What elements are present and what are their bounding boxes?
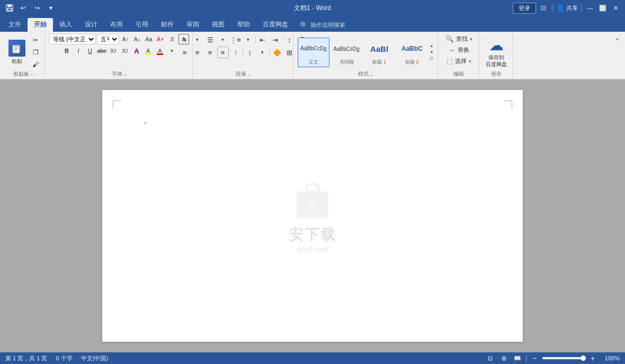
tab-home[interactable]: 开始 bbox=[28, 18, 53, 32]
find-button[interactable]: 🔍 查找 ▾ bbox=[442, 34, 476, 44]
tab-file[interactable]: 文件 bbox=[2, 18, 28, 32]
style-normal[interactable]: AaBbCcDo 正文 bbox=[298, 38, 329, 67]
paragraph-expand-icon[interactable]: ⌄ bbox=[247, 72, 251, 77]
style-normal-preview: AaBbCcDo bbox=[300, 39, 326, 59]
save-button[interactable] bbox=[4, 3, 15, 13]
cut-button[interactable]: ✂ bbox=[30, 34, 41, 46]
highlight-color-button[interactable]: A bbox=[143, 46, 154, 56]
zoom-slider[interactable] bbox=[542, 357, 585, 359]
read-mode-button[interactable]: 📖 bbox=[512, 353, 523, 363]
share-button[interactable]: 👤 共享 bbox=[556, 4, 578, 12]
status-bar: 第 1 页，共 1 页 0 个字 中文(中国) ⊡ ⊞ 📖 − + 100% bbox=[0, 352, 625, 364]
increase-font-button[interactable]: A↑ bbox=[120, 34, 131, 44]
restore-button[interactable]: ⬜ bbox=[597, 3, 608, 13]
align-left-button[interactable]: ≡ bbox=[179, 47, 191, 58]
redo-button[interactable]: ↪ bbox=[32, 3, 42, 13]
document-page[interactable]: ↵ 安 安下载 anxz.com bbox=[102, 90, 523, 342]
bold-button[interactable]: B bbox=[61, 46, 72, 56]
editing-label-row: 编辑 bbox=[442, 70, 476, 78]
underline-button[interactable]: U bbox=[85, 46, 95, 56]
line-spacing-dropdown[interactable]: ▾ bbox=[257, 47, 269, 58]
align-center-button[interactable]: ≡ bbox=[192, 47, 203, 58]
style-heading2[interactable]: AaBbC 标题 2 bbox=[396, 38, 428, 67]
font-color-dropdown[interactable]: ▾ bbox=[166, 46, 177, 56]
multilevel-dropdown-button[interactable]: ▾ bbox=[243, 34, 254, 46]
change-case-button[interactable]: Aa bbox=[144, 34, 154, 44]
distribute-button[interactable]: ⁝ bbox=[230, 47, 242, 58]
restore-window-button[interactable]: ⊡ bbox=[538, 3, 549, 13]
bullet-list-button[interactable]: ≡ bbox=[179, 34, 191, 46]
save-cloud-button[interactable]: ☁ 保存到百度网盘 bbox=[484, 34, 509, 70]
zoom-level: 100% bbox=[601, 355, 620, 361]
styles-expand-icon[interactable]: ⌄ bbox=[370, 72, 373, 77]
phonetic-button[interactable]: 文 bbox=[167, 34, 177, 44]
save-cloud-group-label: 保存 bbox=[491, 70, 502, 78]
numbered-dropdown-button[interactable]: ▾ bbox=[217, 34, 229, 46]
font-size-select[interactable]: 五号 bbox=[97, 34, 119, 44]
find-dropdown[interactable]: ▾ bbox=[470, 37, 472, 42]
subscript-button[interactable]: X2 bbox=[108, 46, 119, 56]
zoom-out-button[interactable]: − bbox=[530, 353, 539, 363]
align-right-button[interactable]: ≡ bbox=[204, 47, 216, 58]
undo-button[interactable]: ↩ bbox=[18, 3, 29, 13]
tab-review[interactable]: 审阅 bbox=[180, 18, 206, 32]
italic-button[interactable]: I bbox=[73, 46, 84, 56]
styles-scroll-up[interactable]: ▲ bbox=[429, 43, 434, 49]
multilevel-list-button[interactable]: ⋮≡ bbox=[230, 34, 242, 46]
tab-references[interactable]: 引用 bbox=[129, 18, 155, 32]
cloud-save-icon: ☁ bbox=[489, 37, 504, 54]
tab-insert[interactable]: 插入 bbox=[53, 18, 78, 32]
borders-button[interactable]: ⊞ bbox=[284, 47, 296, 58]
tab-mailings[interactable]: 邮件 bbox=[155, 18, 180, 32]
numbered-list-button[interactable]: ☰ bbox=[204, 34, 216, 46]
font-family-select[interactable]: 等线 (中文正 bbox=[49, 34, 96, 44]
tab-baidu[interactable]: 百度网盘 bbox=[256, 18, 294, 32]
tab-design[interactable]: 设计 bbox=[78, 18, 104, 32]
decrease-font-button[interactable]: A↓ bbox=[132, 34, 142, 44]
print-layout-button[interactable]: ⊡ bbox=[485, 353, 495, 363]
tab-view[interactable]: 视图 bbox=[206, 18, 231, 32]
style-heading1[interactable]: AaBl 标题 1 bbox=[363, 38, 395, 67]
style-no-spacing[interactable]: AaBbCcDo 无间隔 bbox=[331, 38, 362, 67]
close-button[interactable]: ✕ bbox=[610, 3, 621, 13]
search-command-label[interactable]: 操作说明搜索 bbox=[310, 21, 345, 29]
paragraph-row1: ≡ ▾ ☰ ▾ ⋮≡ ▾ ⇤ ⇥ ↕ ¶ bbox=[179, 34, 308, 46]
strikethrough-button[interactable]: abc bbox=[96, 46, 107, 56]
styles-gallery: AaBbCcDo 正文 AaBbCcDo 无间隔 AaBl 标题 1 AaBbC… bbox=[298, 34, 434, 70]
increase-indent-button[interactable]: ⇥ bbox=[270, 34, 281, 46]
styles-label: 样式 bbox=[358, 70, 369, 78]
collapse-ribbon-button[interactable]: ⌃ bbox=[611, 35, 623, 47]
bullet-dropdown-button[interactable]: ▾ bbox=[192, 34, 203, 46]
copy-button[interactable]: ❐ bbox=[30, 47, 41, 58]
line-spacing-button[interactable]: ↕ bbox=[244, 47, 256, 58]
select-button[interactable]: ⬚ 选择 ▾ bbox=[443, 56, 475, 66]
shading-button[interactable]: 🔶 bbox=[271, 47, 283, 58]
window-controls: 登录 ⊡ 👤 共享 — ⬜ ✕ bbox=[513, 3, 621, 14]
styles-scroll-down[interactable]: ▼ bbox=[429, 49, 434, 55]
justify-button[interactable]: ≡ bbox=[217, 47, 229, 58]
minimize-button[interactable]: — bbox=[585, 3, 595, 13]
select-dropdown[interactable]: ▾ bbox=[469, 59, 471, 64]
customize-qat-button[interactable]: ▾ bbox=[46, 3, 56, 13]
tab-layout[interactable]: 布局 bbox=[104, 18, 129, 32]
clipboard-label: 剪贴板 bbox=[13, 70, 29, 78]
ribbon: 粘贴 ✂ ❐ 🖌 剪贴板 ⌄ 等线 (中文正 五号 A↑ A↓ bbox=[0, 32, 625, 79]
editing-group: 🔍 查找 ▾ ↔ 替换 ⬚ 选择 ▾ 编辑 bbox=[439, 33, 479, 79]
document-area[interactable]: ↵ 安 安下载 anxz.com bbox=[0, 79, 625, 352]
font-color-button[interactable]: A bbox=[155, 46, 165, 56]
format-painter-button[interactable]: 🖌 bbox=[30, 59, 41, 70]
decrease-indent-button[interactable]: ⇤ bbox=[257, 34, 269, 46]
font-expand-icon[interactable]: ⌄ bbox=[123, 72, 127, 77]
styles-more[interactable]: ⊡ bbox=[429, 56, 434, 61]
tab-help[interactable]: 帮助 bbox=[231, 18, 256, 32]
superscript-button[interactable]: X2 bbox=[120, 46, 130, 56]
replace-button[interactable]: ↔ 替换 bbox=[445, 45, 472, 55]
sort-button[interactable]: ↕ bbox=[284, 34, 296, 46]
text-effect-button[interactable]: A bbox=[131, 46, 142, 56]
web-layout-button[interactable]: ⊞ bbox=[498, 353, 509, 363]
clear-format-button[interactable]: A✕ bbox=[155, 34, 166, 44]
paste-button[interactable]: 粘贴 bbox=[5, 39, 29, 66]
zoom-in-button[interactable]: + bbox=[588, 353, 597, 363]
login-button[interactable]: 登录 bbox=[513, 3, 536, 14]
clipboard-expand-icon[interactable]: ⌄ bbox=[30, 72, 34, 77]
